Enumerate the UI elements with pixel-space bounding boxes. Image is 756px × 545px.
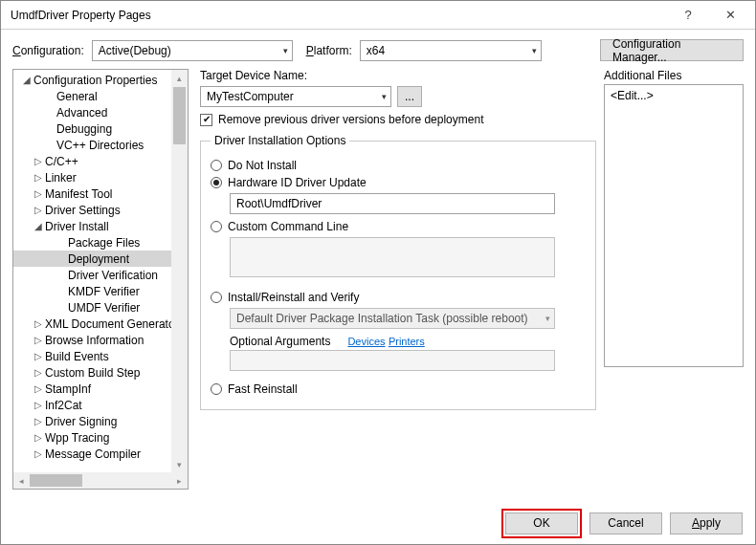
tree-arrow-icon: ▷ [33,318,44,329]
tree-item[interactable]: UMDF Verifier [13,299,188,316]
tree-item-label: Build Events [44,350,109,363]
tree-item[interactable]: ▷StampInf [13,381,188,397]
additional-files-label: Additional Files [604,69,744,82]
scroll-right-icon[interactable]: ▸ [171,476,188,486]
tree-item-label: Driver Verification [67,269,158,282]
browse-button[interactable]: ... [397,86,422,107]
hardware-id-input[interactable]: Root\UmdfDriver [230,193,555,214]
remove-previous-label: Remove previous driver versions before d… [218,113,483,126]
tree-panel: ◢Configuration PropertiesGeneralAdvanced… [12,69,189,490]
radio-fast-reinstall[interactable]: Fast Reinstall [211,382,586,396]
tree-item[interactable]: ▷Browse Information [13,332,188,348]
tree-item[interactable]: ▷Build Events [13,348,188,364]
titlebar: UmdfDriver Property Pages ? ✕ [1,1,755,30]
tree-item[interactable]: General [13,88,188,104]
tree-item-label: StampInf [44,382,91,396]
tree-item-label: Message Compiler [44,447,141,461]
tree-item[interactable]: Advanced [13,104,188,120]
cancel-button[interactable]: Cancel [589,512,662,534]
install-task-select[interactable]: Default Driver Package Installation Task… [230,308,555,329]
tree-item[interactable]: ▷C/C++ [13,153,188,169]
radio-install-verify[interactable]: Install/Reinstall and Verify [211,291,586,304]
devices-link[interactable]: Devices [347,336,385,347]
tree-arrow-icon: ▷ [33,400,44,410]
tree-arrow-icon: ▷ [33,351,44,361]
tree-item[interactable]: ◢Driver Install [13,218,188,234]
chevron-down-icon: ▾ [382,92,387,101]
tree-item[interactable]: Deployment [13,251,188,267]
tree-item[interactable]: VC++ Directories [13,137,188,153]
scroll-thumb[interactable] [173,87,186,144]
tree-item-label: Advanced [56,106,107,120]
tree-item[interactable]: ▷XML Document Generator [13,316,188,332]
radio-custom-command-line[interactable]: Custom Command Line [211,220,586,233]
configuration-value: Active(Debug) [99,44,171,57]
ok-button[interactable]: OK [505,512,578,534]
radio-icon [211,383,222,395]
scroll-left-icon[interactable]: ◂ [13,476,30,486]
scroll-down-icon[interactable]: ▾ [171,456,188,472]
apply-button[interactable]: Apply [670,512,743,534]
radio-icon [211,292,222,303]
printers-link[interactable]: Printers [389,336,425,347]
remove-previous-checkbox[interactable]: ✔ Remove previous driver versions before… [200,113,596,126]
dialog-footer: OK Cancel Apply [0,501,756,545]
tree-item[interactable]: ▷Inf2Cat [13,397,188,413]
tree-item[interactable]: ◢Configuration Properties [13,72,188,88]
radio-icon [211,177,222,188]
v-scrollbar[interactable]: ▴ ▾ [171,70,188,472]
configuration-label: Configuration: [12,44,84,57]
tree-item-label: VC++ Directories [56,139,144,152]
tree-item[interactable]: Debugging [13,120,188,137]
checkbox-box: ✔ [200,114,212,126]
tree-item[interactable]: Driver Verification [13,267,188,283]
configuration-select[interactable]: Active(Debug) ▾ [92,40,293,61]
tree-item-label: Package Files [67,236,140,250]
tree-item[interactable]: ▷Driver Signing [13,413,188,429]
additional-files-box[interactable]: <Edit...> [604,84,744,367]
tree-item-label: KMDF Verifier [67,285,140,298]
tree-item[interactable]: ▷Wpp Tracing [13,429,188,446]
custom-command-input[interactable] [230,237,555,277]
tree-arrow-icon: ▷ [33,205,44,215]
tree-item[interactable]: ▷Linker [13,169,188,185]
scroll-thumb[interactable] [30,474,82,487]
tree-item[interactable]: KMDF Verifier [13,283,188,299]
tree-arrow-icon: ▷ [33,335,44,345]
tree-item-label: Manifest Tool [44,187,112,201]
scroll-up-icon[interactable]: ▴ [171,70,188,86]
optional-arguments-label: Optional Arguments [230,335,330,348]
platform-value: x64 [367,44,385,57]
configuration-manager-button[interactable]: Configuration Manager... [600,39,744,61]
additional-files-value: <Edit...> [611,89,654,102]
platform-label: Platform: [306,44,352,57]
help-button[interactable]: ? [667,2,709,29]
tree-item-label: C/C++ [44,155,78,168]
platform-select[interactable]: x64 ▾ [360,40,542,61]
tree-item-label: Driver Install [44,220,109,233]
h-scrollbar[interactable]: ◂ ▸ [13,472,188,489]
tree-item[interactable]: ▷Message Compiler [13,446,188,462]
tree-item[interactable]: ▷Custom Build Step [13,364,188,381]
tree-item[interactable]: ▷Manifest Tool [13,185,188,202]
radio-hardware-id-update[interactable]: Hardware ID Driver Update [211,176,586,189]
close-button[interactable]: ✕ [709,2,751,29]
tree-item[interactable]: Package Files [13,234,188,251]
tree-item[interactable]: ▷Driver Settings [13,202,188,218]
tree-arrow-icon: ◢ [33,221,44,231]
optional-arguments-input[interactable] [230,350,555,371]
tree-arrow-icon: ◢ [21,75,33,85]
tree-item-label: Driver Settings [44,204,121,217]
radio-do-not-install[interactable]: Do Not Install [211,159,586,172]
tree-arrow-icon: ▷ [33,367,44,378]
driver-install-options-legend: Driver Installation Options [211,134,349,147]
tree[interactable]: ◢Configuration PropertiesGeneralAdvanced… [13,70,188,472]
target-device-select[interactable]: MyTestComputer ▾ [200,86,391,107]
tree-item-label: General [56,90,98,103]
tree-item-label: UMDF Verifier [67,301,140,315]
target-device-value: MyTestComputer [207,90,294,103]
chevron-down-icon: ▾ [545,314,550,323]
config-row: Configuration: Active(Debug) ▾ Platform:… [1,30,755,69]
tree-item-label: Custom Build Step [44,366,140,380]
tree-arrow-icon: ▷ [33,383,44,394]
